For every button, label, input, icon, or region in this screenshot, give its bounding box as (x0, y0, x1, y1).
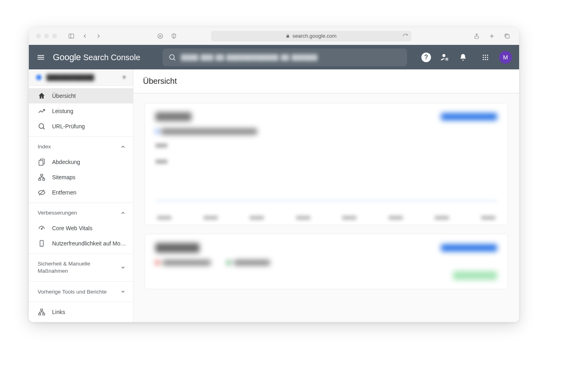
card-link-blurred[interactable] (441, 244, 497, 251)
nav-heading-legacy[interactable]: Vorherige Tools und Berichte (29, 284, 133, 299)
mobile-icon (38, 239, 46, 247)
privacy-report-icon[interactable] (155, 31, 165, 41)
nav-heading-index[interactable]: Index (29, 139, 133, 154)
svg-point-18 (487, 55, 488, 56)
card-title-blurred (155, 243, 199, 253)
hidden-icon (38, 188, 46, 197)
app-root: Google Search Console ████ ███ ██ ██████… (29, 45, 519, 322)
sidebar-item-url-inspection[interactable]: URL-Prüfung (29, 119, 133, 134)
nav-section-index: Index Abdeckung (29, 137, 133, 203)
nav-section-links: Links (29, 302, 133, 322)
sidebar-item-label: Abdeckung (52, 159, 129, 165)
stat-valid-blurred (227, 260, 270, 265)
sidebar-item-label: Entfernen (52, 189, 129, 196)
svg-point-20 (485, 57, 486, 58)
nav-heading-security[interactable]: Sicherheit & Manuelle Maßnahmen (29, 256, 133, 279)
page-title-bar: Übersicht (133, 69, 519, 93)
account-avatar[interactable]: M (499, 51, 512, 64)
nav-section-enhancements: Verbesserungen Core Web Vitals (29, 203, 133, 254)
property-selector[interactable]: ████████████ ▾ (29, 69, 133, 86)
svg-rect-39 (43, 313, 45, 315)
speed-icon (38, 224, 46, 232)
nav-section-security: Sicherheit & Manuelle Maßnahmen (29, 254, 133, 282)
trending-icon (38, 107, 46, 115)
chevron-up-icon (120, 144, 126, 150)
address-bar[interactable]: search.google.com (211, 31, 411, 41)
search-icon (38, 122, 46, 130)
svg-point-12 (169, 55, 174, 59)
svg-point-15 (446, 58, 447, 60)
chart-blurred (155, 144, 497, 216)
sidebar-item-links[interactable]: Links (29, 304, 133, 320)
sidebar-item-label: Core Web Vitals (52, 225, 129, 231)
maximize-window-icon[interactable] (52, 34, 57, 39)
google-wordmark: Google (53, 52, 81, 63)
sidebar-item-mobile-usability[interactable]: Nutzerfreundlichkeit auf Mobil… (29, 236, 133, 251)
stat-error-blurred (155, 260, 211, 265)
pages-icon (38, 158, 46, 166)
sidebar-item-label: Nutzerfreundlichkeit auf Mobil… (52, 240, 129, 247)
svg-rect-28 (39, 160, 43, 165)
svg-point-25 (39, 124, 44, 128)
chevron-up-icon (120, 210, 126, 216)
svg-point-21 (487, 57, 488, 58)
card-link-blurred[interactable] (441, 113, 497, 120)
sidebar-item-coverage[interactable]: Abdeckung (29, 154, 133, 170)
svg-rect-8 (506, 34, 509, 38)
reload-icon[interactable] (403, 33, 408, 39)
svg-point-34 (41, 228, 42, 229)
card-title-blurred (155, 112, 191, 121)
close-window-icon[interactable] (36, 34, 41, 39)
user-settings-icon[interactable] (440, 53, 449, 62)
new-tab-icon[interactable] (487, 31, 497, 41)
product-logo[interactable]: Google Search Console (53, 52, 140, 63)
page-title: Übersicht (143, 77, 177, 86)
search-placeholder-blurred: ████ ███ ██ ████████████ ██ ██████ (181, 54, 318, 61)
minimize-window-icon[interactable] (44, 34, 49, 39)
shield-icon[interactable] (169, 31, 179, 41)
tabs-overview-icon[interactable] (502, 31, 512, 41)
svg-point-22 (483, 59, 484, 60)
main-content (133, 93, 519, 322)
product-name: Search Console (83, 53, 140, 62)
home-icon (38, 92, 46, 100)
svg-rect-38 (39, 313, 41, 315)
share-icon[interactable] (472, 31, 481, 41)
sidebar-item-label: Links (52, 309, 129, 315)
svg-rect-29 (41, 174, 43, 176)
svg-line-13 (174, 59, 175, 60)
property-name-blurred: ████████████ (46, 74, 118, 81)
svg-point-2 (158, 34, 163, 39)
svg-rect-0 (69, 34, 74, 38)
sidebar-item-performance[interactable]: Leistung (29, 103, 133, 119)
chevron-down-icon (120, 289, 126, 294)
sidebar-item-core-web-vitals[interactable]: Core Web Vitals (29, 221, 133, 236)
svg-rect-30 (39, 178, 41, 180)
help-icon[interactable]: ? (421, 53, 431, 62)
sidebar-toggle-icon[interactable] (66, 31, 76, 41)
nav-section-legacy: Vorherige Tools und Berichte (29, 282, 133, 302)
svg-rect-10 (38, 57, 44, 58)
sidebar-item-label: Übersicht (52, 93, 129, 99)
nav-heading-enhancements[interactable]: Verbesserungen (29, 205, 133, 221)
sidebar-item-sitemaps[interactable]: Sitemaps (29, 170, 133, 185)
performance-card-blurred (145, 103, 508, 225)
svg-point-3 (159, 35, 161, 37)
sidebar-item-overview[interactable]: Übersicht (29, 88, 133, 103)
sidebar-item-removals[interactable]: Entfernen (29, 185, 133, 200)
apps-grid-icon[interactable] (481, 53, 490, 62)
sitemap-icon (38, 173, 46, 181)
search-icon (168, 53, 176, 61)
menu-icon[interactable] (36, 53, 46, 62)
svg-rect-31 (43, 178, 45, 180)
notifications-icon[interactable] (458, 53, 468, 62)
window-controls[interactable] (36, 34, 57, 39)
svg-point-14 (443, 54, 445, 57)
svg-point-17 (485, 55, 486, 56)
url-inspect-search[interactable]: ████ ███ ██ ████████████ ██ ██████ (163, 49, 407, 66)
sidebar-item-label: Sitemaps (52, 174, 129, 180)
card-metric-blurred (161, 128, 257, 135)
main-area: Übersicht (133, 69, 519, 322)
back-button-icon[interactable] (80, 31, 90, 41)
forward-button-icon[interactable] (94, 31, 103, 41)
